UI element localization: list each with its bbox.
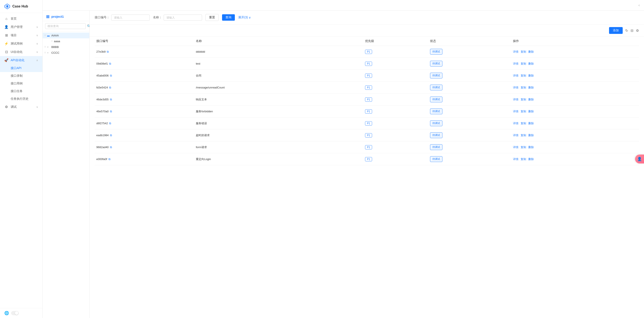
reset-button[interactable]: 重置 [206,14,219,21]
copy-icon[interactable]: ⧉ [110,134,112,137]
action-复制[interactable]: 复制 [520,110,526,113]
cell-actions: 详情复制删除 [511,153,639,165]
action-删除[interactable]: 删除 [528,62,534,65]
expand-icon[interactable]: ▬ [47,34,50,37]
copy-icon[interactable]: ⧉ [110,110,112,113]
priority-badge: P1 [365,86,372,90]
cell-id: eadb1984⧉ [94,129,194,141]
query-button[interactable]: 查询 [222,14,235,21]
table-row: 45abd006⧉合同P1待调试详情复制删除 [94,70,639,82]
action-详情[interactable]: 详情 [513,122,518,125]
action-复制[interactable]: 复制 [520,98,526,101]
filter-id-input[interactable] [111,14,150,21]
action-复制[interactable]: 复制 [520,134,526,137]
action-复制[interactable]: 复制 [520,146,526,149]
copy-icon[interactable]: ⧉ [109,122,111,125]
sidebar-item-api-auto[interactable]: 🚀 API自动化 ∧ [0,56,42,64]
sidebar-item-debug[interactable]: ⚙ 调试 ∨ [0,103,42,111]
action-详情[interactable]: 详情 [513,134,518,137]
action-详情[interactable]: 详情 [513,146,518,149]
action-删除[interactable]: 删除 [528,134,534,137]
action-删除[interactable]: 删除 [528,74,534,77]
collapse-sidebar-button[interactable]: ‹ [638,3,640,8]
project-icon: ⊞ [4,33,8,37]
copy-icon[interactable]: ⧉ [110,98,112,101]
action-删除[interactable]: 删除 [528,158,534,161]
cell-status: 待调试 [428,82,511,94]
module-search-input[interactable] [45,23,86,29]
expand-icon[interactable]: + [47,51,50,54]
float-avatar[interactable]: 👤 [635,154,644,164]
cell-id: 46de3d55⧉ [94,94,194,106]
column-settings-icon[interactable]: ⊟ [630,28,633,32]
action-删除[interactable]: 删除 [528,110,534,113]
cell-id: 09d08ef1⧉ [94,58,194,70]
action-删除[interactable]: 删除 [528,86,534,89]
sidebar-item-api-case[interactable]: 接口用例 [0,80,42,88]
cell-name: 合同 [194,70,363,82]
sidebar-item-ui-auto[interactable]: ⊡ UI自动化 ∨ [0,48,42,56]
sidebar-item-api-interface[interactable]: 接口API [0,64,42,72]
action-详情[interactable]: 详情 [513,62,518,65]
action-删除[interactable]: 删除 [528,146,534,149]
filter-name-input[interactable] [164,14,202,21]
cell-name: /message/unreadCount [194,82,363,94]
sidebar-item-user-mgmt[interactable]: 👤 用户管理 ∨ [0,23,42,31]
sidebar-item-api-record[interactable]: 接口录制 [0,72,42,80]
action-详情[interactable]: 详情 [513,98,518,101]
priority-badge: P1 [365,98,372,102]
tree-node-aaaa[interactable]: ⠿ aaaa [42,38,89,44]
settings-icon[interactable]: ⚙ [636,28,639,32]
expand-filter-button[interactable]: 展开(3) ∨ [238,16,251,20]
sidebar-item-task-history[interactable]: 任务执行历史 [0,95,42,103]
priority-badge: P1 [365,62,372,66]
action-复制[interactable]: 复制 [520,50,526,53]
sidebar: Case Hub ⌂ 首页 👤 用户管理 ∨ ⊞ 项目 ∨ ⚡ 测试用例 ∨ ⊡… [0,0,42,318]
action-详情[interactable]: 详情 [513,110,518,113]
table-row: 9682ad40⧉form请求P1待调试详情复制删除 [94,141,639,153]
action-复制[interactable]: 复制 [520,158,526,161]
cell-actions: 详情复制删除 [511,46,639,58]
action-复制[interactable]: 复制 [520,74,526,77]
action-详情[interactable]: 详情 [513,50,518,53]
drag-handle-icon: ⠿ [44,46,46,48]
action-复制[interactable]: 复制 [520,122,526,125]
priority-badge: P1 [365,50,372,54]
action-删除[interactable]: 删除 [528,50,534,53]
cell-id: 45abd006⧉ [94,70,194,82]
copy-icon[interactable]: ⧉ [109,62,111,66]
tree-node-AAAA[interactable]: ⠿ ▬ AAAA [42,32,89,38]
copy-icon[interactable]: ⧉ [110,74,112,77]
chevron-down-icon: ∨ [36,34,38,37]
refresh-icon[interactable]: ↻ [625,28,628,32]
status-badge: 待调试 [430,120,442,126]
sidebar-item-test-case[interactable]: ⚡ 测试用例 ∨ [0,40,42,48]
action-详情[interactable]: 详情 [513,86,518,89]
action-删除[interactable]: 删除 [528,98,534,101]
chevron-down-icon: ∨ [36,42,38,45]
status-badge: 待调试 [430,49,442,54]
expand-icon[interactable]: + [47,46,50,48]
cell-priority: P1 [363,153,428,165]
theme-toggle[interactable] [11,311,19,315]
copy-icon[interactable]: ⧉ [110,146,112,149]
avatar-icon: 👤 [637,157,642,161]
add-button[interactable]: 添加 [609,27,623,34]
action-详情[interactable]: 详情 [513,74,518,77]
action-详情[interactable]: 详情 [513,158,518,161]
tree-search-bar: 🔍 + [42,21,89,31]
copy-icon[interactable]: ⧉ [109,86,111,89]
copy-icon[interactable]: ⧉ [108,158,110,161]
action-复制[interactable]: 复制 [520,86,526,89]
sidebar-item-api-task[interactable]: 接口任务 [0,88,42,95]
sidebar-item-project[interactable]: ⊞ 项目 ∨ [0,31,42,40]
action-复制[interactable]: 复制 [520,62,526,65]
cell-priority: P1 [363,129,428,141]
id-value: 27e3b9 [96,50,106,53]
sidebar-label-debug: 调试 [11,105,34,109]
sidebar-item-home[interactable]: ⌂ 首页 [0,15,42,23]
tree-node-BBBB[interactable]: ⠿ + BBBB [42,44,89,50]
action-删除[interactable]: 删除 [528,122,534,125]
copy-icon[interactable]: ⧉ [107,50,109,54]
tree-node-CCCC[interactable]: ⠿ + CCCC [42,50,89,56]
